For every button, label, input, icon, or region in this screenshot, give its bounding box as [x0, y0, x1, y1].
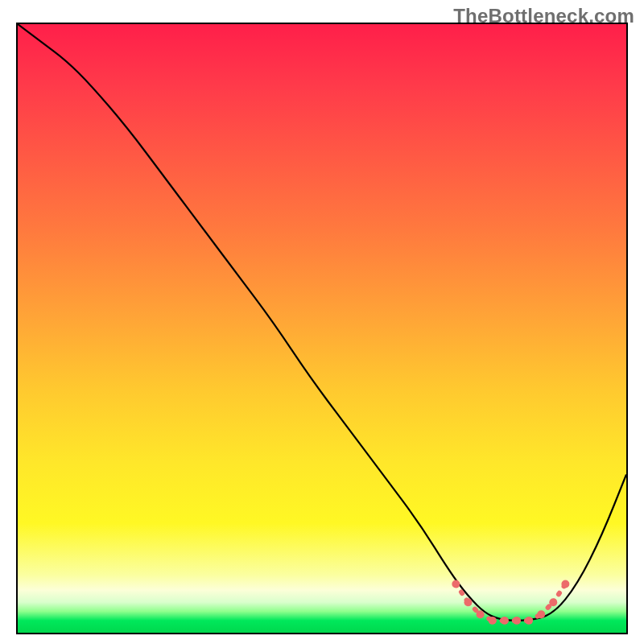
plot-area: [16, 23, 628, 634]
sweet-spot-dot: [561, 580, 569, 588]
chart-svg: [18, 24, 626, 633]
sweet-spot-dot: [452, 580, 460, 588]
sweet-spot-dot: [525, 617, 533, 625]
sweet-spot-dot: [537, 610, 545, 618]
sweet-spot-dot: [477, 610, 485, 618]
sweet-spot-dots: [452, 580, 569, 625]
bottleneck-curve-path: [18, 24, 626, 621]
sweet-spot-dot: [513, 617, 521, 625]
chart-frame: TheBottleneck.com: [0, 0, 644, 644]
sweet-spot-dot: [549, 598, 557, 606]
sweet-spot-dot: [464, 598, 472, 606]
sweet-spot-dot: [489, 617, 497, 625]
sweet-spot-dot: [501, 617, 509, 625]
